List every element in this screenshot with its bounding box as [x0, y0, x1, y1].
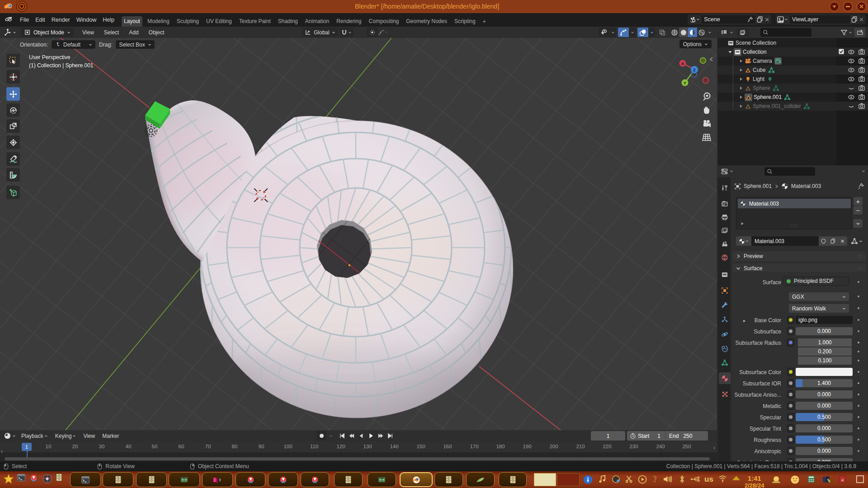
svg-text:a: a	[841, 477, 844, 482]
svg-text:X: X	[681, 61, 684, 66]
svg-text:Z: Z	[693, 67, 696, 72]
svg-text:Y: Y	[684, 80, 687, 85]
